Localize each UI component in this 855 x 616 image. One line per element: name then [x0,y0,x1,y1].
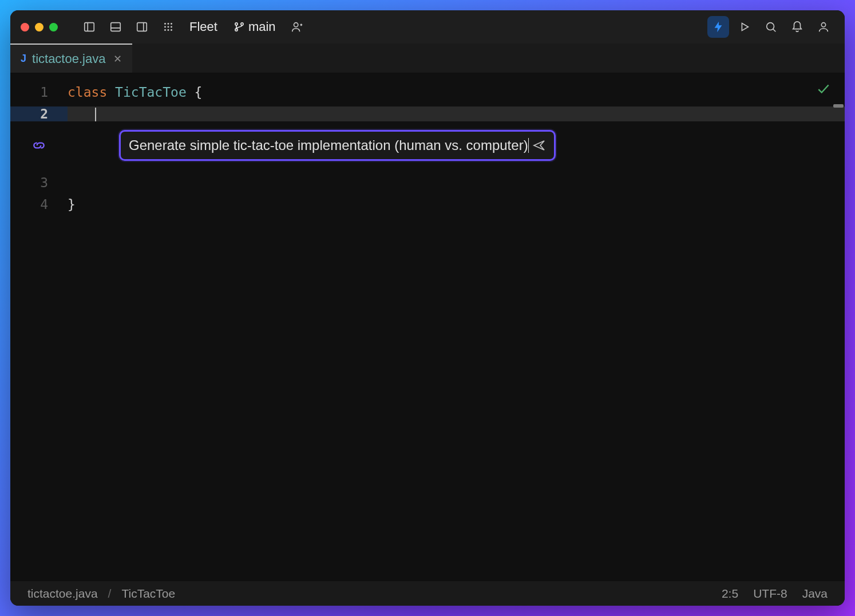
code-line-2[interactable]: 2 [10,103,845,125]
minimize-window-button[interactable] [35,23,43,31]
ai-send-button[interactable] [532,139,546,152]
app-window: Fleet main J tictactoe.java ✕ [10,10,845,606]
ai-link-icon[interactable] [10,138,68,153]
git-branch-selector[interactable]: main [228,19,282,34]
line-number: 1 [10,85,68,100]
svg-point-7 [168,23,169,25]
app-name-label[interactable]: Fleet [184,19,223,34]
send-icon [532,139,546,152]
svg-point-8 [171,23,172,25]
svg-point-12 [164,29,166,31]
svg-line-23 [773,29,776,32]
svg-rect-0 [85,23,94,31]
svg-rect-2 [111,23,121,31]
svg-point-14 [171,29,172,31]
person-icon [817,21,830,33]
ai-prompt-row: Generate simple tic-tac-toe implementati… [10,125,845,166]
maximize-window-button[interactable] [49,23,58,31]
branch-icon [233,21,245,33]
code-line-1[interactable]: 1 class TicTacToe { [10,81,845,103]
svg-point-18 [294,23,298,27]
text-cursor [528,138,529,153]
svg-point-10 [168,26,169,28]
svg-rect-4 [137,23,147,31]
text-cursor [95,108,96,121]
branch-name: main [248,19,276,34]
code-line-3[interactable]: 3 [10,172,845,194]
right-panel-toggle[interactable] [131,16,153,38]
titlebar: Fleet main [10,10,845,44]
line-content: } [68,197,845,212]
svg-point-16 [241,23,243,25]
status-symbol[interactable]: TicTacToe [117,587,180,601]
close-window-button[interactable] [21,23,29,31]
account-button[interactable] [813,16,834,38]
status-bar: tictactoe.java / TicTacToe 2:5 UTF-8 Jav… [10,581,845,606]
left-panel-toggle[interactable] [78,16,100,38]
status-file[interactable]: tictactoe.java [23,587,102,601]
play-icon [738,21,751,33]
svg-point-22 [767,23,774,30]
code-line-4[interactable]: 4 } [10,194,845,215]
svg-point-11 [171,26,172,28]
svg-marker-21 [742,23,748,31]
inspection-ok-icon[interactable] [816,81,831,99]
add-collaborator-button[interactable] [286,16,308,38]
svg-point-15 [235,23,238,25]
bolt-icon [712,21,725,33]
search-button[interactable] [760,16,782,38]
editor-area[interactable]: 1 class TicTacToe { 2 Generate simple ti… [10,73,845,581]
status-language[interactable]: Java [798,587,832,601]
java-file-icon: J [21,53,26,65]
ai-assistant-button[interactable] [707,16,729,38]
line-content [68,106,845,122]
line-number: 4 [10,197,68,212]
bell-icon [791,21,803,33]
breadcrumb-separator: / [108,587,112,601]
svg-point-6 [164,23,166,25]
line-number: 3 [10,175,68,190]
svg-point-9 [164,26,166,28]
scrollbar-marker [833,104,844,108]
line-number: 2 [10,106,68,121]
line-content: class TicTacToe { [68,85,845,100]
editor-tab[interactable]: J tictactoe.java ✕ [10,44,132,73]
apps-grid-icon[interactable] [157,16,179,38]
ai-prompt-text: Generate simple tic-tac-toe implementati… [129,137,528,153]
window-controls [21,23,58,31]
tab-filename: tictactoe.java [32,52,105,66]
status-cursor-position[interactable]: 2:5 [717,587,743,601]
status-encoding[interactable]: UTF-8 [749,587,792,601]
svg-point-13 [168,29,169,31]
notifications-button[interactable] [786,16,808,38]
search-icon [765,21,777,33]
ai-prompt-input[interactable]: Generate simple tic-tac-toe implementati… [119,130,556,161]
bottom-panel-toggle[interactable] [105,16,126,38]
svg-point-24 [821,23,825,27]
run-button[interactable] [734,16,755,38]
tab-bar: J tictactoe.java ✕ [10,44,845,73]
close-tab-button[interactable]: ✕ [113,53,122,65]
